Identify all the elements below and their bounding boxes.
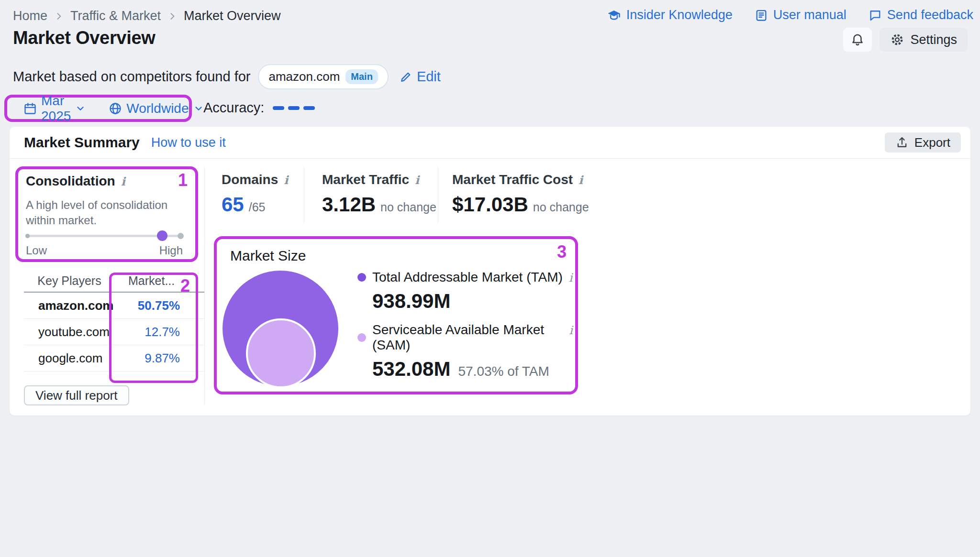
how-to-use-link[interactable]: How to use it [151,135,226,150]
competitor-domain-pill[interactable]: amazon.com Main [258,64,388,89]
metric-domains: Domains i 65 /65 [222,172,288,216]
metric-label-text: Market Traffic Cost [452,172,573,187]
slider-labels: Low High [26,244,183,257]
title-actions: Settings [843,28,968,52]
edit-label: Edit [417,69,441,85]
accuracy-dash [273,106,284,110]
annotation-number-3: 3 [557,242,567,262]
market-overview-page: Home Traffic & Market Market Overview In… [0,0,980,557]
slider-high-label: High [159,244,183,257]
key-players-header: Key Players [24,274,115,288]
consolidation-title-text: Consolidation [26,174,115,189]
domains-value[interactable]: 65 [222,193,244,216]
metric-traffic-label: Market Traffic i [322,172,436,187]
market-size-title: Market Size [230,248,306,264]
traffic-value: 3.12B [322,193,376,216]
insider-knowledge-link[interactable]: Insider Knowledge [607,8,733,22]
accuracy-label: Accuracy: [203,100,264,116]
player-share: 9.87% [115,351,205,366]
player-share: 12.7% [115,325,205,339]
annotation-number-1: 1 [178,170,188,190]
sam-circle [246,318,316,388]
breadcrumb-home[interactable]: Home [13,9,47,23]
sam-label: Serviceable Available Market (SAM) [372,322,563,353]
send-feedback-link[interactable]: Send feedback [869,8,973,22]
market-summary-card: Market Summary How to use it Export 1 Co… [10,127,970,415]
insider-knowledge-label: Insider Knowledge [626,8,733,22]
date-filter-dropdown[interactable]: Mar 2025 [23,93,86,124]
chevron-down-icon [193,103,204,114]
slider-start-dot [25,234,30,238]
divider [10,158,970,159]
calendar-icon [23,102,37,115]
chevron-right-icon [167,11,177,21]
player-domain[interactable]: google.com [24,351,115,366]
pencil-icon [399,70,412,84]
sam-dot-icon [357,333,366,342]
info-icon[interactable]: i [284,173,288,187]
region-filter-dropdown[interactable]: Worldwide [109,101,203,116]
consolidation-slider[interactable] [26,230,183,241]
date-filter-value: Mar 2025 [41,93,71,124]
accuracy-row: Accuracy: [203,100,315,116]
tam-label: Total Addressable Market (TAM) [372,270,563,285]
domain-name: amazon.com [268,69,340,84]
main-badge: Main [345,69,378,84]
settings-label: Settings [910,33,957,47]
domains-total: /65 [249,200,266,214]
export-icon [895,136,909,149]
metric-market-traffic-cost: Market Traffic Cost i $17.03B no change [452,172,589,216]
sam-value: 532.08M [372,358,450,381]
settings-button[interactable]: Settings [880,28,968,52]
notifications-button[interactable] [843,28,872,52]
chevron-down-icon [75,103,86,114]
region-filter-value: Worldwide [126,101,189,116]
sam-value-row: 532.08M 57.03% of TAM [372,358,573,381]
edit-link[interactable]: Edit [399,69,441,85]
table-row[interactable]: amazon.com 50.75% [24,293,205,319]
info-icon[interactable]: i [415,173,419,187]
player-domain[interactable]: amazon.com [24,298,115,313]
table-row[interactable]: google.com 9.87% [24,345,205,371]
slider-end-dot [178,233,184,239]
cost-note: no change [533,200,589,214]
player-domain[interactable]: youtube.com [24,325,115,339]
export-button[interactable]: Export [885,132,961,153]
tam-legend-row: Total Addressable Market (TAM) i [357,270,573,285]
key-players-table: Key Players Market... amazon.com 50.75% … [24,270,205,371]
cost-value: $17.03B [452,193,528,216]
view-full-report-button[interactable]: View full report [24,385,129,405]
filters-annotation-box: Mar 2025 Worldwide [4,95,192,122]
tam-dot-icon [357,273,366,282]
globe-icon [109,102,122,115]
divider [304,167,304,223]
page-title: Market Overview [13,28,156,48]
info-icon[interactable]: i [121,175,125,188]
divider [204,167,205,404]
player-share: 50.75% [115,298,205,313]
info-icon[interactable]: i [579,173,583,187]
info-icon[interactable]: i [569,271,573,284]
slider-knob[interactable] [157,230,167,241]
traffic-note: no change [380,200,436,214]
tam-value: 938.99M [372,290,450,313]
user-manual-link[interactable]: User manual [755,8,846,22]
accuracy-dash [288,106,300,110]
metric-traffic-value: 3.12B no change [322,193,436,216]
chevron-right-icon [54,11,64,21]
send-feedback-label: Send feedback [887,8,973,22]
breadcrumb-traffic-market[interactable]: Traffic & Market [70,9,161,23]
user-manual-label: User manual [773,8,846,22]
divider [438,167,438,223]
info-icon[interactable]: i [569,324,573,337]
consolidation-description: A high level of consolidation within mar… [26,197,172,229]
table-row[interactable]: youtube.com 12.7% [24,319,205,345]
consolidation-title: Consolidation i [26,174,125,189]
metric-cost-value: $17.03B no change [452,193,589,216]
graduation-cap-icon [607,8,621,22]
bell-icon [850,33,865,47]
metric-domains-value: 65 /65 [222,193,288,216]
metric-domains-label: Domains i [222,172,288,187]
speech-bubble-icon [869,9,882,22]
card-header: Market Summary How to use it [24,127,226,158]
